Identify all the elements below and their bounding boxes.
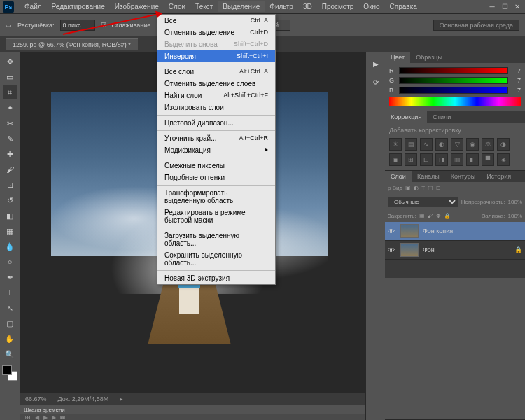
- menu-view[interactable]: Просмотр: [317, 1, 359, 12]
- filter-smart-icon[interactable]: ⊡: [436, 185, 441, 191]
- blur-tool[interactable]: 💧: [3, 239, 17, 253]
- menu-text[interactable]: Текст: [190, 1, 218, 12]
- lasso-tool[interactable]: ⌗: [3, 85, 17, 99]
- timeline-last-icon[interactable]: ⏭: [60, 414, 66, 421]
- heal-tool[interactable]: ✚: [3, 147, 17, 161]
- levels-icon[interactable]: ▤: [405, 138, 417, 150]
- lock-transparent-icon[interactable]: ▦: [419, 213, 425, 219]
- visibility-icon[interactable]: 👁: [388, 227, 396, 235]
- type-tool[interactable]: T: [3, 286, 17, 300]
- menu-item[interactable]: Отменить выделение слоев: [158, 78, 275, 90]
- curves-icon[interactable]: ∿: [420, 138, 433, 150]
- menu-help[interactable]: Справка: [385, 1, 422, 12]
- hue-icon[interactable]: ◉: [466, 138, 479, 150]
- close-icon[interactable]: ✕: [512, 2, 522, 12]
- tab-styles[interactable]: Стили: [427, 111, 456, 122]
- b-slider[interactable]: [399, 87, 508, 94]
- menu-item[interactable]: ВсеCtrl+A: [158, 15, 275, 27]
- blend-mode-select[interactable]: Обычные: [388, 197, 458, 207]
- filter-type-icon[interactable]: T: [421, 185, 425, 191]
- crop-tool[interactable]: ✂: [3, 116, 17, 130]
- r-slider[interactable]: [399, 67, 508, 74]
- dodge-tool[interactable]: ○: [3, 255, 17, 269]
- balance-icon[interactable]: ⚖: [482, 138, 494, 150]
- wand-tool[interactable]: ✦: [3, 101, 17, 115]
- g-value[interactable]: 7: [511, 77, 521, 84]
- threshold-icon[interactable]: ◧: [466, 153, 479, 166]
- zoom-tool[interactable]: 🔍: [3, 347, 17, 361]
- menu-item[interactable]: Смежные пикселы: [158, 160, 275, 172]
- history-icon[interactable]: ⟳: [370, 76, 382, 88]
- menu-item[interactable]: Отменить выделениеCtrl+D: [158, 27, 275, 38]
- selective-icon[interactable]: ◈: [497, 153, 510, 166]
- zoom-level[interactable]: 66.67%: [25, 396, 47, 402]
- tab-swatches[interactable]: Образцы: [410, 52, 448, 63]
- pen-tool[interactable]: ✒: [3, 270, 17, 284]
- brush-tool[interactable]: 🖌: [3, 162, 17, 176]
- visibility-icon[interactable]: 👁: [388, 246, 396, 254]
- menu-item[interactable]: Редактировать в режиме быстрой маски: [158, 206, 275, 226]
- marquee-tool[interactable]: ▭: [3, 70, 17, 84]
- brightness-icon[interactable]: ☀: [389, 138, 402, 150]
- menu-item[interactable]: Уточнить край...Alt+Ctrl+R: [158, 132, 275, 144]
- bw-icon[interactable]: ◑: [497, 138, 510, 150]
- layer-thumbnail[interactable]: [400, 224, 419, 238]
- menu-layers[interactable]: Слои: [164, 1, 190, 12]
- timeline-first-icon[interactable]: ⏮: [25, 414, 31, 421]
- menu-item[interactable]: Новая 3D-экструзия: [158, 272, 275, 284]
- tab-history[interactable]: История: [481, 171, 517, 182]
- exposure-icon[interactable]: ◐: [435, 138, 448, 150]
- gradient-map-icon[interactable]: ▀: [482, 153, 494, 166]
- filter-adj-icon[interactable]: ◐: [414, 185, 419, 191]
- photo-filter-icon[interactable]: ▣: [389, 153, 402, 166]
- lock-all-icon[interactable]: 🔒: [444, 213, 451, 219]
- b-value[interactable]: 7: [511, 87, 521, 94]
- tool-preset-icon[interactable]: ▭: [6, 22, 12, 29]
- tab-layers[interactable]: Слои: [385, 171, 412, 182]
- play-icon[interactable]: ▶: [370, 57, 382, 70]
- g-slider[interactable]: [399, 77, 508, 84]
- document-tab[interactable]: 1259.jpg @ 66.7% (Фон копия, RGB/8#) *: [6, 38, 138, 50]
- tab-color[interactable]: Цвет: [385, 52, 410, 63]
- menu-3d[interactable]: 3D: [298, 1, 317, 12]
- shape-tool[interactable]: ▢: [3, 316, 17, 330]
- history-brush-tool[interactable]: ↺: [3, 193, 17, 207]
- menu-item[interactable]: Все слоиAlt+Ctrl+A: [158, 66, 275, 78]
- gradient-tool[interactable]: ▦: [3, 224, 17, 238]
- vibrance-icon[interactable]: ▽: [451, 138, 463, 150]
- move-tool[interactable]: ✥: [3, 55, 17, 69]
- doc-info-arrow-icon[interactable]: ▸: [120, 396, 123, 402]
- layer-filter-label[interactable]: ρ Вид: [388, 185, 402, 191]
- menu-item[interactable]: Загрузить выделенную область...: [158, 230, 275, 249]
- menu-window[interactable]: Окно: [358, 1, 384, 12]
- hand-tool[interactable]: ✋: [3, 332, 17, 346]
- menu-item[interactable]: Изолировать слои: [158, 102, 275, 113]
- opacity-value[interactable]: 100%: [508, 199, 522, 205]
- tab-adjustments[interactable]: Коррекция: [385, 111, 427, 122]
- tab-paths[interactable]: Контуры: [445, 171, 481, 182]
- path-tool[interactable]: ↖: [3, 301, 17, 315]
- lock-brush-icon[interactable]: 🖌: [428, 213, 433, 219]
- tab-channels[interactable]: Каналы: [412, 171, 445, 182]
- menu-select[interactable]: Выделение: [218, 1, 265, 12]
- menu-item[interactable]: Найти слоиAlt+Shift+Ctrl+F: [158, 90, 275, 102]
- foreground-color-swatch[interactable]: [2, 365, 12, 375]
- timeline-title[interactable]: Шкала времени: [20, 405, 365, 414]
- menu-item[interactable]: Подобные оттенки: [158, 172, 275, 183]
- filter-shape-icon[interactable]: ▢: [428, 185, 433, 191]
- menu-item[interactable]: Трансформировать выделенную область: [158, 187, 275, 206]
- timeline-next-icon[interactable]: ▶: [52, 414, 56, 421]
- invert-icon[interactable]: ◨: [435, 153, 448, 166]
- spectrum-bar[interactable]: [389, 97, 521, 106]
- timeline-play-icon[interactable]: ▶: [43, 414, 48, 421]
- menu-item[interactable]: ИнверсияShift+Ctrl+I: [158, 50, 275, 62]
- stamp-tool[interactable]: ⊡: [3, 178, 17, 192]
- maximize-icon[interactable]: ☐: [500, 2, 510, 12]
- minimize-icon[interactable]: ─: [487, 2, 497, 12]
- layer-name[interactable]: Фон копия: [423, 227, 453, 234]
- menu-filter[interactable]: Фильтр: [265, 1, 298, 12]
- menu-item[interactable]: Цветовой диапазон...: [158, 117, 275, 129]
- layer-row[interactable]: 👁 Фон 🔒: [385, 241, 525, 260]
- timeline-prev-icon[interactable]: ◀: [35, 414, 39, 421]
- lookup-icon[interactable]: ⊡: [420, 153, 433, 166]
